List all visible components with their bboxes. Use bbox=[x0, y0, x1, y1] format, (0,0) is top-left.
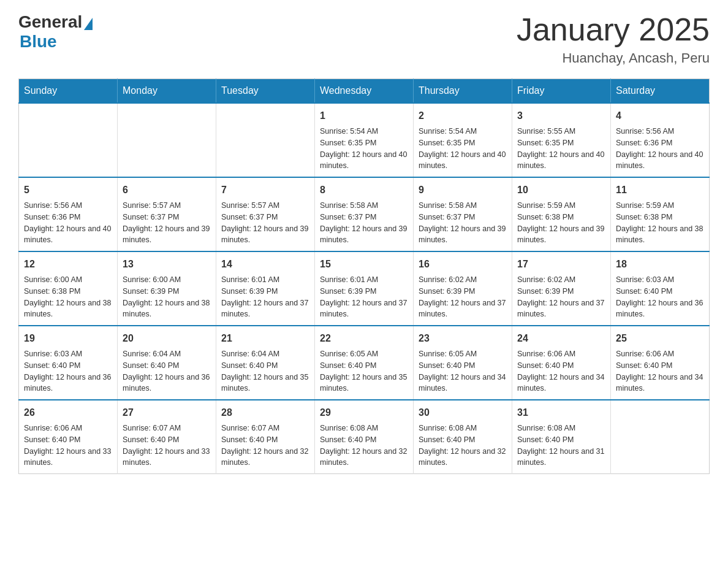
calendar-cell: 6Sunrise: 5:57 AMSunset: 6:37 PMDaylight… bbox=[118, 177, 216, 251]
day-number: 10 bbox=[517, 183, 605, 197]
day-number: 25 bbox=[616, 331, 704, 346]
logo-triangle-icon bbox=[84, 18, 93, 30]
day-number: 26 bbox=[24, 405, 112, 420]
calendar-header-row: SundayMondayTuesdayWednesdayThursdayFrid… bbox=[19, 79, 710, 104]
day-info: Sunrise: 6:06 AMSunset: 6:40 PMDaylight:… bbox=[616, 348, 704, 394]
day-of-week-header: Wednesday bbox=[315, 79, 414, 104]
calendar-cell: 28Sunrise: 6:07 AMSunset: 6:40 PMDayligh… bbox=[216, 400, 315, 474]
calendar-week-row: 26Sunrise: 6:06 AMSunset: 6:40 PMDayligh… bbox=[19, 400, 710, 474]
day-info: Sunrise: 5:54 AMSunset: 6:35 PMDaylight:… bbox=[320, 126, 408, 172]
page-header: General Blue January 2025 Huanchay, Anca… bbox=[18, 12, 710, 66]
day-number: 22 bbox=[320, 331, 408, 346]
calendar-cell: 12Sunrise: 6:00 AMSunset: 6:38 PMDayligh… bbox=[19, 251, 118, 326]
day-info: Sunrise: 6:03 AMSunset: 6:40 PMDaylight:… bbox=[616, 274, 704, 320]
location-title: Huanchay, Ancash, Peru bbox=[517, 50, 710, 66]
day-info: Sunrise: 5:55 AMSunset: 6:35 PMDaylight:… bbox=[517, 126, 605, 172]
day-number: 29 bbox=[320, 405, 408, 420]
day-of-week-header: Thursday bbox=[414, 79, 512, 104]
day-number: 18 bbox=[616, 257, 704, 272]
day-number: 12 bbox=[24, 257, 112, 272]
day-info: Sunrise: 6:07 AMSunset: 6:40 PMDaylight:… bbox=[221, 423, 309, 469]
day-number: 9 bbox=[419, 183, 507, 197]
day-of-week-header: Sunday bbox=[19, 79, 118, 104]
day-info: Sunrise: 6:05 AMSunset: 6:40 PMDaylight:… bbox=[320, 348, 408, 394]
day-info: Sunrise: 5:56 AMSunset: 6:36 PMDaylight:… bbox=[616, 126, 704, 172]
logo: General Blue bbox=[18, 12, 93, 52]
calendar-cell: 21Sunrise: 6:04 AMSunset: 6:40 PMDayligh… bbox=[216, 326, 315, 400]
day-number: 3 bbox=[517, 109, 605, 123]
calendar-cell: 22Sunrise: 6:05 AMSunset: 6:40 PMDayligh… bbox=[315, 326, 414, 400]
day-number: 14 bbox=[221, 257, 309, 272]
day-number: 19 bbox=[24, 331, 112, 346]
day-info: Sunrise: 6:02 AMSunset: 6:39 PMDaylight:… bbox=[419, 274, 507, 320]
calendar-cell: 17Sunrise: 6:02 AMSunset: 6:39 PMDayligh… bbox=[512, 251, 611, 326]
calendar-cell: 1Sunrise: 5:54 AMSunset: 6:35 PMDaylight… bbox=[315, 103, 414, 177]
day-number: 28 bbox=[221, 405, 309, 420]
calendar-week-row: 12Sunrise: 6:00 AMSunset: 6:38 PMDayligh… bbox=[19, 251, 710, 326]
calendar-week-row: 1Sunrise: 5:54 AMSunset: 6:35 PMDaylight… bbox=[19, 103, 710, 177]
day-info: Sunrise: 5:54 AMSunset: 6:35 PMDaylight:… bbox=[419, 126, 507, 172]
day-info: Sunrise: 6:08 AMSunset: 6:40 PMDaylight:… bbox=[419, 423, 507, 469]
day-info: Sunrise: 6:07 AMSunset: 6:40 PMDaylight:… bbox=[123, 423, 211, 469]
day-number: 24 bbox=[517, 331, 605, 346]
day-number: 7 bbox=[221, 183, 309, 197]
calendar-cell: 20Sunrise: 6:04 AMSunset: 6:40 PMDayligh… bbox=[118, 326, 216, 400]
calendar-cell: 7Sunrise: 5:57 AMSunset: 6:37 PMDaylight… bbox=[216, 177, 315, 251]
calendar-cell: 4Sunrise: 5:56 AMSunset: 6:36 PMDaylight… bbox=[611, 103, 710, 177]
calendar-cell: 26Sunrise: 6:06 AMSunset: 6:40 PMDayligh… bbox=[19, 400, 118, 474]
day-number: 1 bbox=[320, 109, 408, 123]
title-section: January 2025 Huanchay, Ancash, Peru bbox=[517, 12, 710, 66]
logo-general-text: General bbox=[18, 12, 82, 32]
day-number: 8 bbox=[320, 183, 408, 197]
day-info: Sunrise: 6:00 AMSunset: 6:38 PMDaylight:… bbox=[24, 274, 112, 320]
month-title: January 2025 bbox=[517, 12, 710, 47]
day-number: 17 bbox=[517, 257, 605, 272]
calendar-cell: 5Sunrise: 5:56 AMSunset: 6:36 PMDaylight… bbox=[19, 177, 118, 251]
day-info: Sunrise: 6:00 AMSunset: 6:39 PMDaylight:… bbox=[123, 274, 211, 320]
day-info: Sunrise: 6:06 AMSunset: 6:40 PMDaylight:… bbox=[24, 423, 112, 469]
calendar-cell bbox=[611, 400, 710, 474]
day-info: Sunrise: 6:01 AMSunset: 6:39 PMDaylight:… bbox=[320, 274, 408, 320]
calendar-cell: 3Sunrise: 5:55 AMSunset: 6:35 PMDaylight… bbox=[512, 103, 611, 177]
day-info: Sunrise: 5:59 AMSunset: 6:38 PMDaylight:… bbox=[616, 200, 704, 246]
day-info: Sunrise: 5:56 AMSunset: 6:36 PMDaylight:… bbox=[24, 200, 112, 246]
day-of-week-header: Monday bbox=[118, 79, 216, 104]
day-info: Sunrise: 6:08 AMSunset: 6:40 PMDaylight:… bbox=[517, 423, 605, 469]
calendar-cell: 14Sunrise: 6:01 AMSunset: 6:39 PMDayligh… bbox=[216, 251, 315, 326]
day-number: 31 bbox=[517, 405, 605, 420]
calendar-table: SundayMondayTuesdayWednesdayThursdayFrid… bbox=[18, 79, 710, 474]
day-info: Sunrise: 6:06 AMSunset: 6:40 PMDaylight:… bbox=[517, 348, 605, 394]
calendar-cell: 10Sunrise: 5:59 AMSunset: 6:38 PMDayligh… bbox=[512, 177, 611, 251]
day-info: Sunrise: 6:02 AMSunset: 6:39 PMDaylight:… bbox=[517, 274, 605, 320]
calendar-cell: 11Sunrise: 5:59 AMSunset: 6:38 PMDayligh… bbox=[611, 177, 710, 251]
logo-blue-text: Blue bbox=[20, 32, 57, 52]
day-of-week-header: Tuesday bbox=[216, 79, 315, 104]
calendar-week-row: 5Sunrise: 5:56 AMSunset: 6:36 PMDaylight… bbox=[19, 177, 710, 251]
calendar-cell: 31Sunrise: 6:08 AMSunset: 6:40 PMDayligh… bbox=[512, 400, 611, 474]
day-info: Sunrise: 6:03 AMSunset: 6:40 PMDaylight:… bbox=[24, 348, 112, 394]
day-number: 15 bbox=[320, 257, 408, 272]
day-number: 23 bbox=[419, 331, 507, 346]
day-of-week-header: Friday bbox=[512, 79, 611, 104]
calendar-week-row: 19Sunrise: 6:03 AMSunset: 6:40 PMDayligh… bbox=[19, 326, 710, 400]
day-number: 27 bbox=[123, 405, 211, 420]
day-number: 16 bbox=[419, 257, 507, 272]
day-number: 4 bbox=[616, 109, 704, 123]
calendar-cell bbox=[216, 103, 315, 177]
calendar-cell: 18Sunrise: 6:03 AMSunset: 6:40 PMDayligh… bbox=[611, 251, 710, 326]
day-info: Sunrise: 6:08 AMSunset: 6:40 PMDaylight:… bbox=[320, 423, 408, 469]
day-of-week-header: Saturday bbox=[611, 79, 710, 104]
day-info: Sunrise: 5:59 AMSunset: 6:38 PMDaylight:… bbox=[517, 200, 605, 246]
day-number: 30 bbox=[419, 405, 507, 420]
calendar-cell: 8Sunrise: 5:58 AMSunset: 6:37 PMDaylight… bbox=[315, 177, 414, 251]
day-info: Sunrise: 6:01 AMSunset: 6:39 PMDaylight:… bbox=[221, 274, 309, 320]
day-info: Sunrise: 5:58 AMSunset: 6:37 PMDaylight:… bbox=[419, 200, 507, 246]
calendar-cell bbox=[118, 103, 216, 177]
day-info: Sunrise: 6:05 AMSunset: 6:40 PMDaylight:… bbox=[419, 348, 507, 394]
calendar-cell: 30Sunrise: 6:08 AMSunset: 6:40 PMDayligh… bbox=[414, 400, 512, 474]
calendar-cell: 23Sunrise: 6:05 AMSunset: 6:40 PMDayligh… bbox=[414, 326, 512, 400]
day-info: Sunrise: 6:04 AMSunset: 6:40 PMDaylight:… bbox=[123, 348, 211, 394]
day-number: 11 bbox=[616, 183, 704, 197]
day-info: Sunrise: 5:57 AMSunset: 6:37 PMDaylight:… bbox=[123, 200, 211, 246]
day-info: Sunrise: 5:57 AMSunset: 6:37 PMDaylight:… bbox=[221, 200, 309, 246]
